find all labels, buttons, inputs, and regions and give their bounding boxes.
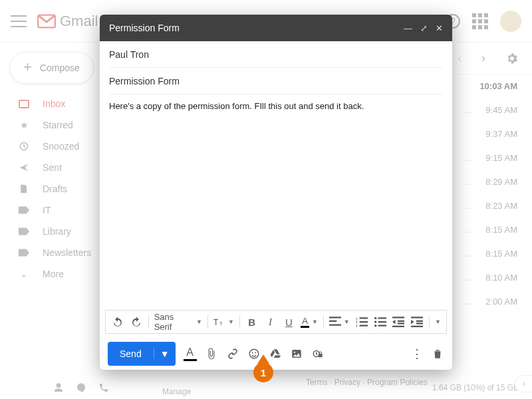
- text-format-icon[interactable]: A: [184, 346, 197, 361]
- mail-time: 8:29 AM: [485, 177, 517, 187]
- sidebar-item-label: Snoozed: [43, 141, 79, 152]
- trash-icon[interactable]: [431, 347, 444, 360]
- plus-icon: +: [23, 59, 32, 76]
- message-body[interactable]: Here's a copy of the permission form. FI…: [100, 94, 452, 310]
- tutorial-callout: 1: [253, 362, 273, 382]
- compose-button[interactable]: + Compose: [9, 52, 94, 84]
- redo-icon[interactable]: [130, 315, 143, 329]
- svg-point-9: [374, 325, 376, 327]
- svg-text:3: 3: [356, 325, 358, 328]
- svg-text:T: T: [219, 321, 223, 327]
- svg-text:1: 1: [356, 317, 358, 321]
- svg-point-8: [374, 321, 376, 323]
- photo-icon[interactable]: [290, 347, 303, 360]
- clock-icon: [17, 140, 31, 153]
- sidebar-item-label: IT: [43, 205, 51, 215]
- svg-text:T: T: [213, 318, 219, 327]
- font-family-dropdown[interactable]: Sans Serif▼: [154, 312, 202, 332]
- avatar[interactable]: [500, 11, 521, 32]
- label-icon: [17, 225, 31, 238]
- bold-icon[interactable]: B: [245, 315, 259, 329]
- send-options-dropdown[interactable]: ▼: [154, 348, 176, 359]
- compose-label: Compose: [40, 63, 80, 73]
- prev-page-icon[interactable]: ‹: [458, 51, 462, 65]
- label-icon: [17, 246, 31, 259]
- brand-text: Gmail: [60, 13, 98, 30]
- mail-time: 9:37 AM: [485, 129, 517, 139]
- drive-icon[interactable]: [269, 347, 282, 360]
- svg-point-7: [374, 317, 376, 319]
- sent-icon: [17, 161, 31, 174]
- italic-icon[interactable]: I: [264, 315, 277, 329]
- privacy-link[interactable]: Privacy: [334, 378, 360, 387]
- sidebar-item-label: Inbox: [43, 98, 65, 109]
- next-page-icon[interactable]: ›: [481, 51, 485, 65]
- minimize-icon[interactable]: —: [404, 23, 412, 33]
- file-icon: [17, 182, 31, 196]
- phone-icon[interactable]: [98, 382, 109, 393]
- mail-time: 8:10 AM: [485, 273, 517, 283]
- mail-time: 2:00 AM: [485, 297, 517, 307]
- align-dropdown[interactable]: ▼: [329, 316, 350, 328]
- to-field[interactable]: Paul Tron: [109, 41, 443, 68]
- mail-time: 10:03 AM: [479, 81, 517, 91]
- chevron-down-icon: ⌄: [17, 267, 31, 281]
- svg-rect-16: [318, 354, 322, 357]
- storage-text: 1.64 GB (10%) of 15 GB: [432, 383, 519, 392]
- bulleted-list-icon[interactable]: [374, 315, 387, 329]
- hangouts-icon[interactable]: [76, 382, 86, 393]
- close-icon[interactable]: ✕: [436, 23, 443, 33]
- confidential-icon[interactable]: [311, 347, 325, 360]
- sidebar-item-label: More: [43, 269, 64, 279]
- svg-text:2: 2: [356, 321, 358, 324]
- person-icon[interactable]: [53, 382, 64, 393]
- star-icon: ★: [17, 118, 31, 132]
- underline-icon[interactable]: U: [282, 315, 295, 329]
- mail-time: 9:15 AM: [485, 153, 517, 163]
- fullscreen-icon[interactable]: ⤢: [420, 23, 428, 33]
- send-button[interactable]: Send ▼: [108, 342, 176, 366]
- mail-time: 8:15 AM: [485, 225, 517, 235]
- font-size-dropdown[interactable]: TT▼: [213, 316, 234, 328]
- mail-time: 9:45 AM: [485, 105, 517, 115]
- svg-point-14: [293, 352, 295, 353]
- more-options-icon[interactable]: ⋮: [411, 346, 423, 361]
- manage-link[interactable]: Manage: [162, 387, 191, 396]
- text-color-dropdown[interactable]: A▼: [301, 316, 318, 328]
- mail-time: 8:15 AM: [485, 249, 517, 259]
- sidebar-item-label: Newsletters: [43, 247, 91, 258]
- svg-point-12: [255, 352, 256, 354]
- label-icon: [17, 203, 31, 217]
- compose-dialog: Permission Form — ⤢ ✕ Paul Tron Permissi…: [100, 15, 452, 370]
- numbered-list-icon[interactable]: 123: [355, 315, 368, 329]
- dialog-title: Permission Form: [109, 23, 180, 33]
- sidebar-item-label: Library: [43, 226, 71, 237]
- indent-less-icon[interactable]: [392, 315, 405, 329]
- inbox-icon: [17, 97, 31, 110]
- mail-time: 8:23 AM: [485, 201, 517, 211]
- sidebar-item-label: Sent: [43, 162, 62, 173]
- gmail-logo[interactable]: Gmail: [37, 13, 98, 30]
- link-icon[interactable]: [226, 347, 239, 360]
- attach-icon[interactable]: [205, 347, 218, 360]
- expand-sidepanel-icon[interactable]: ‹: [515, 375, 532, 392]
- subject-field[interactable]: Permission Form: [109, 68, 443, 94]
- policies-link[interactable]: Program Policies: [367, 378, 428, 387]
- sidebar-item-label: Starred: [43, 120, 73, 130]
- menu-button[interactable]: [11, 13, 27, 29]
- terms-link[interactable]: Terms: [306, 378, 328, 387]
- indent-more-icon[interactable]: [410, 315, 424, 329]
- svg-point-11: [251, 352, 253, 354]
- apps-icon[interactable]: [472, 13, 488, 29]
- sidebar-item-label: Drafts: [43, 184, 67, 194]
- undo-icon[interactable]: [111, 315, 124, 329]
- gear-icon[interactable]: [505, 52, 519, 65]
- formatting-toolbar: Sans Serif▼ TT▼ B I U A▼ ▼ 123 ▼: [105, 310, 447, 334]
- more-formatting-icon[interactable]: ▼: [435, 319, 441, 325]
